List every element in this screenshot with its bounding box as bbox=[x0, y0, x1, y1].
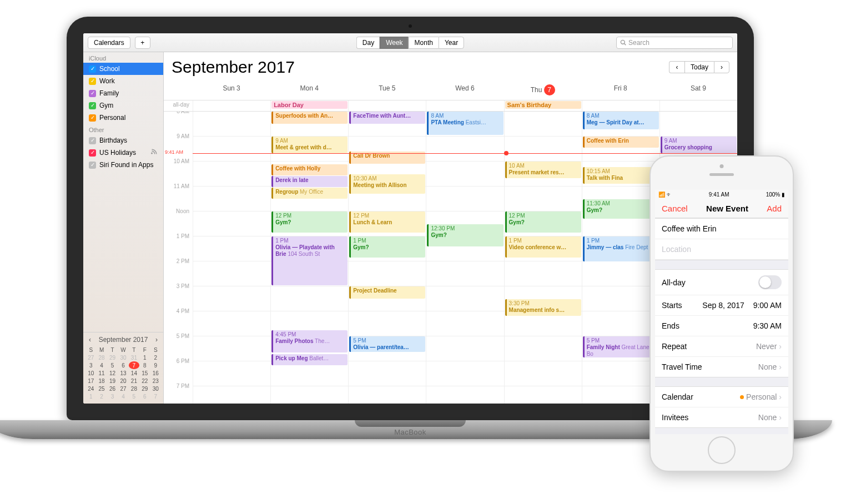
mini-day[interactable]: 29 bbox=[107, 354, 118, 361]
mini-day[interactable]: 15 bbox=[139, 369, 150, 377]
allday-cell[interactable]: Labor Day bbox=[270, 100, 348, 111]
mini-day[interactable]: 6 bbox=[139, 392, 150, 400]
repeat-row[interactable]: RepeatNever › bbox=[655, 336, 788, 357]
view-year[interactable]: Year bbox=[439, 37, 464, 49]
mini-day[interactable]: 5 bbox=[107, 361, 118, 369]
mini-day[interactable]: 11 bbox=[96, 369, 107, 377]
mini-day[interactable]: 24 bbox=[85, 385, 96, 392]
calendar-event[interactable]: 3:30 PMManagement info s… bbox=[505, 299, 581, 316]
day-column[interactable]: Superfoods with An…9 AMMeet & greet with… bbox=[270, 112, 348, 404]
mini-day[interactable]: 28 bbox=[96, 354, 107, 361]
sidebar-item[interactable]: ✓US Holidays bbox=[83, 147, 163, 159]
calendar-checkbox[interactable]: ✓ bbox=[89, 78, 96, 85]
calendar-event[interactable]: 10:30 AMMeeting with Allison bbox=[349, 174, 425, 194]
day-column[interactable] bbox=[193, 112, 270, 404]
day-column[interactable]: 10 AMPresent market res…12 PMGym?1 PMVid… bbox=[504, 112, 582, 404]
mini-day[interactable]: 3 bbox=[107, 392, 118, 400]
calendar-event[interactable]: 9 AMGrocery shopping bbox=[661, 137, 737, 153]
event-title-input[interactable]: Coffee with Erin bbox=[655, 219, 788, 239]
calendar-event[interactable]: Pick up Meg Ballet… bbox=[271, 354, 348, 365]
calendar-event[interactable]: 1 PMOlivia — Playdate with Brie 104 Sout… bbox=[271, 236, 348, 285]
sidebar-item[interactable]: ✓Work bbox=[83, 75, 163, 87]
calendar-checkbox[interactable]: ✓ bbox=[89, 137, 96, 144]
allday-toggle[interactable] bbox=[758, 275, 782, 289]
next-week-button[interactable]: › bbox=[714, 61, 729, 73]
mini-day[interactable]: 12 bbox=[107, 369, 118, 377]
mini-day[interactable]: 29 bbox=[139, 385, 150, 392]
calendar-event[interactable]: 10:15 AMTalk with Fina bbox=[583, 167, 659, 184]
allday-cell[interactable]: Sam's Birthday bbox=[504, 100, 582, 111]
day-column[interactable]: 8 AMMeg — Spirit Day at…Coffee with Erin… bbox=[582, 112, 659, 404]
mini-day[interactable]: 30 bbox=[118, 354, 128, 361]
mini-day[interactable]: 30 bbox=[150, 385, 161, 392]
mini-day[interactable]: 21 bbox=[129, 377, 139, 385]
calendar-event[interactable]: 12 PMLunch & Learn bbox=[349, 211, 425, 233]
calendar-event[interactable]: 5 PMFamily Night Great Lanes Bo bbox=[583, 336, 659, 357]
invitees-row[interactable]: InviteesNone › bbox=[655, 407, 788, 427]
calendar-event[interactable]: Derek in late bbox=[271, 176, 348, 187]
mini-day[interactable]: 3 bbox=[85, 361, 96, 369]
mini-day[interactable]: 5 bbox=[129, 392, 139, 400]
mini-day[interactable]: 1 bbox=[85, 392, 96, 400]
sidebar-item[interactable]: ✓Family bbox=[83, 87, 163, 99]
mini-day[interactable]: 8 bbox=[139, 361, 150, 369]
mini-day[interactable]: 18 bbox=[96, 377, 107, 385]
mini-day[interactable]: 27 bbox=[118, 385, 128, 392]
calendar-event[interactable]: Coffee with Erin bbox=[583, 137, 659, 148]
calendar-event[interactable]: 5 PMOlivia — parent/tea… bbox=[349, 336, 425, 352]
calendar-checkbox[interactable]: ✓ bbox=[89, 102, 96, 109]
prev-week-button[interactable]: ‹ bbox=[669, 61, 684, 73]
calendar-event[interactable]: 4:45 PMFamily Photos The… bbox=[271, 330, 348, 352]
sidebar-item[interactable]: ✓Birthdays bbox=[83, 134, 163, 147]
add-event-button[interactable]: Add bbox=[767, 204, 782, 213]
allday-cell[interactable] bbox=[582, 100, 659, 111]
starts-row[interactable]: StartsSep 8, 2017 9:00 AM bbox=[655, 295, 788, 316]
sidebar-item[interactable]: ✓School bbox=[83, 63, 163, 75]
allday-cell[interactable] bbox=[193, 100, 270, 111]
sidebar-item[interactable]: ✓Gym bbox=[83, 99, 163, 112]
mini-day[interactable]: 2 bbox=[150, 354, 161, 361]
mini-day[interactable]: 22 bbox=[139, 377, 150, 385]
calendar-checkbox[interactable]: ✓ bbox=[89, 149, 96, 157]
mini-day[interactable]: 31 bbox=[129, 354, 139, 361]
calendar-event[interactable]: 8 AMMeg — Spirit Day at… bbox=[583, 112, 659, 129]
calendar-event[interactable]: 12 PMGym? bbox=[505, 211, 581, 233]
mini-day[interactable]: 17 bbox=[85, 377, 96, 385]
calendar-event[interactable]: 10 AMPresent market res… bbox=[505, 162, 581, 178]
allday-cell[interactable] bbox=[348, 100, 426, 111]
calendar-event[interactable]: FaceTime with Aunt… bbox=[349, 112, 425, 124]
search-field[interactable]: Search bbox=[616, 37, 733, 49]
mini-day[interactable]: 4 bbox=[96, 361, 107, 369]
mini-day[interactable]: 20 bbox=[118, 377, 128, 385]
mini-day[interactable]: 19 bbox=[107, 377, 118, 385]
allday-cell[interactable] bbox=[659, 100, 737, 111]
calendar-event[interactable]: Coffee with Holly bbox=[271, 164, 348, 175]
day-column[interactable]: FaceTime with Aunt…Call Dr Brown10:30 AM… bbox=[348, 112, 426, 404]
calendar-event[interactable]: 8 AMPTA Meeting Eastsi… bbox=[427, 112, 503, 135]
allday-row[interactable]: All-day bbox=[655, 270, 788, 295]
calendar-checkbox[interactable]: ✓ bbox=[89, 65, 96, 73]
mini-day[interactable]: 7 bbox=[129, 361, 139, 369]
mini-day[interactable]: 1 bbox=[139, 354, 150, 361]
calendar-checkbox[interactable]: ✓ bbox=[89, 114, 96, 122]
mini-day[interactable]: 6 bbox=[118, 361, 128, 369]
calendar-event[interactable]: 12 PMGym? bbox=[271, 211, 348, 233]
calendar-event[interactable]: Superfoods with An… bbox=[271, 112, 348, 124]
sidebar-item[interactable]: ✓Siri Found in Apps bbox=[83, 159, 163, 171]
mini-day[interactable]: 25 bbox=[96, 385, 107, 392]
travel-time-row[interactable]: Travel TimeNone › bbox=[655, 357, 788, 377]
view-month[interactable]: Month bbox=[409, 37, 439, 49]
mini-calendar[interactable]: ‹ September 2017 › SMTWTFS27282930311234… bbox=[83, 332, 163, 404]
mini-day[interactable]: 4 bbox=[118, 392, 128, 400]
cancel-button[interactable]: Cancel bbox=[662, 204, 688, 213]
sidebar-item[interactable]: ✓Personal bbox=[83, 112, 163, 124]
mini-next[interactable]: › bbox=[155, 336, 158, 344]
calendars-button[interactable]: Calendars bbox=[88, 37, 130, 49]
mini-day[interactable]: 2 bbox=[96, 392, 107, 400]
allday-event[interactable]: Labor Day bbox=[271, 101, 348, 109]
mini-day[interactable]: 28 bbox=[129, 385, 139, 392]
mini-day[interactable]: 27 bbox=[85, 354, 96, 361]
allday-cell[interactable] bbox=[426, 100, 504, 111]
calendar-event[interactable]: 1 PMVideo conference w… bbox=[505, 236, 581, 258]
mini-day[interactable]: 23 bbox=[150, 377, 161, 385]
